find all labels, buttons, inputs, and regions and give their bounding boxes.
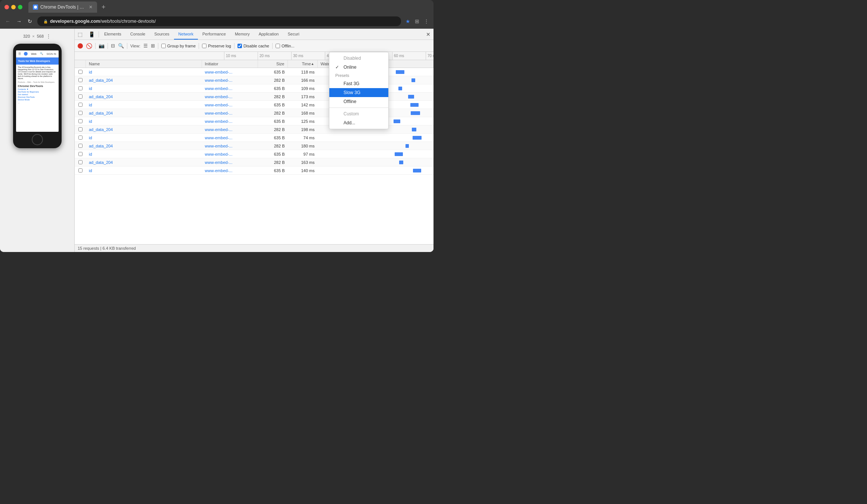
menu-button[interactable]: ⋮ [424, 18, 429, 24]
bookmark-button[interactable]: ★ [405, 18, 410, 24]
table-row[interactable]: id www-embed-... 635 B 74 ms [75, 134, 434, 142]
minimize-button[interactable] [11, 5, 16, 9]
dropdown-custom[interactable]: Custom [329, 109, 388, 118]
tab-sources[interactable]: Sources [150, 29, 174, 40]
dropdown-slow3g[interactable]: Slow 3G [329, 88, 388, 97]
row-checkbox[interactable] [78, 111, 83, 115]
device-view-panel: 320 × 568 ⋮ ☰ Web 🔍 SIGN IN [0, 29, 75, 252]
td-time: 198 ms [288, 127, 318, 133]
row-checkbox[interactable] [78, 119, 83, 123]
offline-checkbox[interactable] [276, 44, 280, 48]
tab-close-button[interactable]: ✕ [89, 4, 93, 10]
group-by-frame-label: Group by frame [161, 44, 196, 48]
record-button[interactable] [78, 43, 83, 49]
td-time: 142 ms [288, 102, 318, 108]
lock-icon: 🔒 [43, 19, 48, 24]
maximize-button[interactable] [18, 5, 22, 9]
dropdown-add[interactable]: Add... [329, 118, 388, 127]
tab-security[interactable]: Securi [283, 29, 304, 40]
group-by-frame-checkbox[interactable] [161, 44, 166, 48]
row-checkbox[interactable] [78, 152, 83, 156]
reload-button[interactable]: ↻ [27, 18, 33, 25]
dropdown-offline[interactable]: Offline [329, 97, 388, 106]
td-time: 125 ms [288, 118, 318, 124]
row-checkbox[interactable] [78, 103, 83, 107]
search-button[interactable]: 🔍 [118, 43, 124, 49]
dropdown-offline-label: Offline [344, 99, 356, 104]
extensions-button[interactable]: ⊞ [415, 18, 419, 24]
preserve-log-checkbox[interactable] [202, 44, 206, 48]
row-checkbox[interactable] [78, 70, 83, 74]
td-initiator: www-embed-... [202, 77, 258, 83]
address-text: developers.google.com/web/tools/chrome-d… [50, 19, 156, 24]
dropdown-online[interactable]: ✓ Online [329, 63, 388, 72]
td-name: id [86, 135, 202, 141]
view-grid-button[interactable]: ⊞ [151, 43, 155, 49]
offline-label: Offlin... [276, 44, 295, 48]
td-name: id [86, 151, 202, 157]
tab-memory[interactable]: Memory [230, 29, 254, 40]
td-waterfall [318, 153, 434, 155]
device-toggle-button[interactable]: 📱 [86, 29, 98, 40]
row-checkbox[interactable] [78, 168, 83, 172]
device-dimensions: 320 × 568 ⋮ [0, 32, 74, 41]
table-row[interactable]: id www-embed-... 635 B 140 ms [75, 167, 434, 175]
tab-elements[interactable]: Elements [100, 29, 126, 40]
inspect-element-button[interactable]: ⬚ [75, 29, 86, 40]
row-checkbox[interactable] [78, 127, 83, 131]
active-tab[interactable]: Chrome DevTools | Tools for W ✕ [28, 1, 97, 13]
disable-cache-checkbox[interactable] [237, 44, 242, 48]
tick-10: 10 ms [224, 52, 258, 60]
row-checkbox[interactable] [78, 94, 83, 99]
row-checkbox[interactable] [78, 136, 83, 140]
td-time: 109 ms [288, 85, 318, 91]
tab-application[interactable]: Application [254, 29, 283, 40]
screenshot-button[interactable]: 📷 [99, 43, 105, 49]
th-initiator[interactable]: Initiator [202, 60, 258, 68]
th-size[interactable]: Size [258, 60, 288, 68]
table-row[interactable]: ad_data_204 www-embed-... 282 B 180 ms [75, 142, 434, 150]
back-button[interactable]: ← [4, 18, 11, 25]
new-tab-button[interactable]: + [100, 3, 107, 11]
device-menu-button[interactable]: ⋮ [46, 33, 51, 39]
browser-window: Chrome DevTools | Tools for W ✕ + ← → ↻ … [0, 0, 434, 252]
disable-cache-text: Disable cache [243, 44, 269, 48]
td-initiator: www-embed-... [202, 118, 258, 124]
dropdown-fast3g-label: Fast 3G [344, 81, 360, 86]
tick-60: 60 ms [392, 52, 426, 60]
th-time[interactable]: Time [288, 60, 318, 68]
td-waterfall [318, 170, 434, 171]
clear-button[interactable]: 🚫 [86, 43, 92, 49]
address-field[interactable]: 🔒 developers.google.com/web/tools/chrome… [37, 16, 401, 26]
td-checkbox [75, 135, 86, 140]
table-row[interactable]: ad_data_204 www-embed-... 282 B 163 ms [75, 158, 434, 167]
network-separator-3 [127, 43, 127, 49]
devtools-close-button[interactable]: ✕ [423, 29, 434, 40]
filter-button[interactable]: ⊟ [111, 43, 115, 49]
row-checkbox[interactable] [78, 144, 83, 148]
th-name[interactable]: Name [86, 60, 202, 68]
close-button[interactable] [4, 5, 9, 9]
td-checkbox [75, 159, 86, 165]
table-row[interactable]: id www-embed-... 635 B 97 ms [75, 150, 434, 158]
row-checkbox[interactable] [78, 86, 83, 90]
tab-performance[interactable]: Performance [198, 29, 230, 40]
td-initiator: www-embed-... [202, 85, 258, 91]
tab-performance-label: Performance [202, 32, 226, 36]
tab-console[interactable]: Console [126, 29, 150, 40]
tab-network[interactable]: Network [174, 29, 198, 40]
td-initiator: www-embed-... [202, 127, 258, 133]
td-name: ad_data_204 [86, 110, 202, 116]
dropdown-add-label: Add... [344, 120, 355, 125]
forward-button[interactable]: → [16, 18, 22, 25]
row-checkbox[interactable] [78, 78, 83, 82]
td-time: 166 ms [288, 77, 318, 83]
dropdown-presets-label: Presets [329, 72, 388, 79]
dropdown-fast3g[interactable]: Fast 3G [329, 79, 388, 88]
row-checkbox[interactable] [78, 160, 83, 164]
phone-hero: Tools for Web Developers [16, 57, 59, 65]
dropdown-disabled[interactable]: Disabled [329, 54, 388, 63]
tick-70: 70 ms [426, 52, 434, 60]
breadcrumb-1: Products [18, 81, 25, 83]
view-list-button[interactable]: ☰ [143, 43, 148, 49]
